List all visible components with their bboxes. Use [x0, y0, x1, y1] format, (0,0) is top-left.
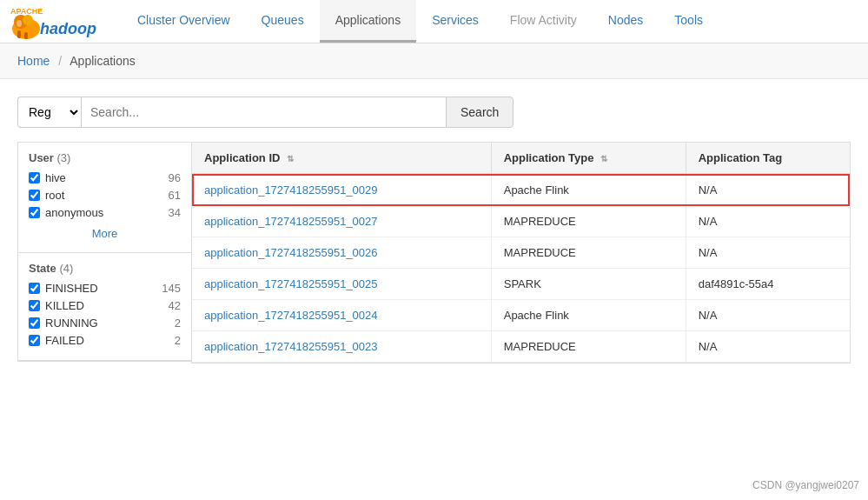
applications-table-container: Application ID ⇅Application Type ⇅Applic… — [191, 142, 851, 363]
breadcrumb-separator: / — [58, 54, 62, 68]
search-button[interactable]: Search — [446, 97, 514, 128]
filter-item-state-failed: FAILED 2 — [29, 334, 181, 347]
nav-link-tools[interactable]: Tools — [659, 0, 719, 43]
cell-app-type-row-0027: MAPREDUCE — [491, 206, 686, 237]
nav-link-queues[interactable]: Queues — [246, 0, 320, 43]
search-type-select[interactable]: RegSubExact — [17, 97, 81, 128]
filter-item-state-running: RUNNING 2 — [29, 317, 181, 330]
app-id-link-row-0023[interactable]: application_1727418255951_0023 — [204, 340, 378, 353]
filter-item-count-state-killed: 42 — [169, 299, 181, 312]
cell-app-id-row-0025: application_1727418255951_0025 — [192, 269, 491, 300]
filter-sidebar: User (3) hive 96 root 61 anonymous 34 Mo… — [17, 142, 191, 362]
filter-checkbox-user-root[interactable] — [29, 190, 40, 201]
cell-app-type-row-0023: MAPREDUCE — [491, 331, 686, 363]
filter-item-label-user-anonymous: anonymous — [45, 206, 103, 219]
app-id-link-row-0029[interactable]: application_1727418255951_0029 — [204, 183, 378, 197]
cell-app-id-row-0024: application_1727418255951_0024 — [192, 300, 491, 331]
breadcrumb: Home / Applications — [0, 43, 868, 79]
table-row: application_1727418255951_0024 Apache Fl… — [192, 300, 850, 331]
table-row: application_1727418255951_0026 MAPREDUCE… — [192, 237, 850, 269]
user-filter-section: User (3) hive 96 root 61 anonymous 34 Mo… — [18, 143, 191, 253]
table-header-row: Application ID ⇅Application Type ⇅Applic… — [192, 143, 850, 174]
col-header-app-tag: Application Tag — [686, 143, 850, 174]
table-row: application_1727418255951_0023 MAPREDUCE… — [192, 331, 850, 363]
filter-item-state-finished: FINISHED 145 — [29, 282, 181, 295]
cell-app-tag-row-0023: N/A — [686, 331, 850, 363]
svg-text:hadoop: hadoop — [40, 20, 96, 37]
sort-icon: ⇅ — [600, 154, 607, 163]
cell-app-type-row-0026: MAPREDUCE — [491, 237, 686, 269]
cell-app-id-row-0027: application_1727418255951_0027 — [192, 206, 491, 237]
filter-checkbox-state-killed[interactable] — [29, 300, 40, 311]
svg-text:APACHE: APACHE — [10, 7, 43, 16]
filter-item-user-root: root 61 — [29, 189, 181, 202]
table-header: Application ID ⇅Application Type ⇅Applic… — [192, 143, 850, 174]
cell-app-tag-row-0024: N/A — [686, 300, 850, 331]
logo: APACHE hadoop — [9, 3, 104, 41]
filter-label-state-failed[interactable]: FAILED — [29, 334, 84, 347]
filter-checkbox-state-running[interactable] — [29, 317, 40, 329]
state-filter-section: State (4) FINISHED 145 KILLED 42 RUNNING… — [18, 253, 191, 361]
filter-checkbox-user-anonymous[interactable] — [29, 207, 40, 218]
search-input[interactable] — [81, 97, 446, 128]
filter-item-count-state-finished: 145 — [162, 282, 181, 295]
table-body: application_1727418255951_0029 Apache Fl… — [192, 174, 850, 363]
app-id-link-row-0024[interactable]: application_1727418255951_0024 — [204, 309, 378, 322]
cell-app-id-row-0023: application_1727418255951_0023 — [192, 331, 491, 363]
table-row: application_1727418255951_0027 MAPREDUCE… — [192, 206, 850, 237]
filter-item-count-state-running: 2 — [175, 317, 181, 330]
filter-item-count-state-failed: 2 — [175, 334, 181, 347]
nav-link-applications[interactable]: Applications — [320, 0, 417, 43]
filter-label-state-finished[interactable]: FINISHED — [29, 282, 98, 295]
filter-item-user-anonymous: anonymous 34 — [29, 206, 181, 219]
svg-point-3 — [23, 15, 33, 25]
filter-label-user-anonymous[interactable]: anonymous — [29, 206, 103, 219]
filter-item-count-user-anonymous: 34 — [169, 206, 181, 219]
cell-app-type-row-0025: SPARK — [491, 269, 686, 300]
breadcrumb-current: Applications — [70, 54, 136, 68]
filter-label-state-killed[interactable]: KILLED — [29, 299, 84, 312]
filter-item-state-killed: KILLED 42 — [29, 299, 181, 312]
filter-label-user-root[interactable]: root — [29, 189, 64, 202]
col-header-app-id[interactable]: Application ID ⇅ — [192, 143, 491, 174]
applications-table: Application ID ⇅Application Type ⇅Applic… — [192, 143, 850, 363]
col-header-app-type[interactable]: Application Type ⇅ — [491, 143, 686, 174]
table-row: application_1727418255951_0029 Apache Fl… — [192, 174, 850, 206]
filter-item-label-user-hive: hive — [45, 171, 66, 184]
cell-app-type-row-0024: Apache Flink — [491, 300, 686, 331]
filter-label-user-hive[interactable]: hive — [29, 171, 66, 184]
filter-item-count-user-hive: 96 — [169, 171, 181, 184]
cell-app-id-row-0029: application_1727418255951_0029 — [192, 174, 491, 206]
filter-checkbox-user-hive[interactable] — [29, 172, 40, 183]
nav-link-nodes[interactable]: Nodes — [593, 0, 659, 43]
user-filter-count: (3) — [57, 151, 71, 164]
nav-link-cluster-overview[interactable]: Cluster Overview — [122, 0, 246, 43]
svg-rect-5 — [24, 32, 28, 39]
user-filter-more[interactable]: More — [29, 223, 181, 243]
filter-checkbox-state-failed[interactable] — [29, 335, 40, 346]
filter-item-user-hive: hive 96 — [29, 171, 181, 184]
cell-app-tag-row-0029: N/A — [686, 174, 850, 206]
nav-links: Cluster OverviewQueuesApplicationsServic… — [122, 0, 719, 43]
top-navigation: APACHE hadoop Cluster OverviewQueuesAppl… — [0, 0, 868, 43]
main-layout: User (3) hive 96 root 61 anonymous 34 Mo… — [17, 142, 851, 363]
state-filter-title: State (4) — [29, 262, 181, 275]
app-id-link-row-0027[interactable]: application_1727418255951_0027 — [204, 215, 378, 228]
hadoop-logo: APACHE hadoop — [9, 3, 104, 41]
filter-item-label-state-finished: FINISHED — [45, 282, 98, 295]
nav-link-flow-activity[interactable]: Flow Activity — [494, 0, 593, 43]
cell-app-type-row-0029: Apache Flink — [491, 174, 686, 206]
filter-item-label-state-running: RUNNING — [45, 317, 98, 330]
app-id-link-row-0025[interactable]: application_1727418255951_0025 — [204, 277, 378, 290]
svg-point-6 — [17, 20, 22, 27]
state-filter-count: (4) — [59, 262, 73, 275]
sort-icon: ⇅ — [287, 154, 294, 163]
app-id-link-row-0026[interactable]: application_1727418255951_0026 — [204, 246, 378, 259]
filter-checkbox-state-finished[interactable] — [29, 283, 40, 294]
cell-app-tag-row-0026: N/A — [686, 237, 850, 269]
cell-app-tag-row-0027: N/A — [686, 206, 850, 237]
nav-link-services[interactable]: Services — [416, 0, 494, 43]
filter-item-label-state-killed: KILLED — [45, 299, 84, 312]
breadcrumb-home[interactable]: Home — [17, 54, 50, 68]
filter-label-state-running[interactable]: RUNNING — [29, 317, 98, 330]
